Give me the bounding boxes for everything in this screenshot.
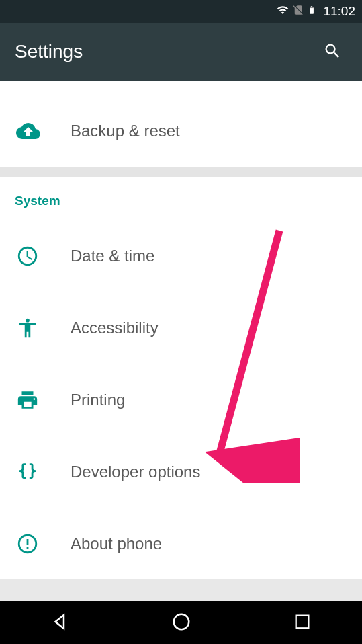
section-system: Date & time Accessibility Printing Devel…: [0, 220, 362, 579]
row-label: Date & time: [71, 247, 362, 266]
nav-back-button[interactable]: [24, 604, 97, 642]
section-divider: [0, 167, 362, 177]
accessibility-icon: [0, 317, 71, 339]
row-developer-options[interactable]: Developer options: [0, 436, 362, 508]
row-label: Backup & reset: [71, 122, 362, 140]
section-header-system: System: [0, 177, 362, 220]
search-button[interactable]: [318, 36, 347, 68]
svg-point-1: [174, 614, 189, 629]
svg-rect-2: [296, 615, 308, 628]
nav-recent-button[interactable]: [266, 604, 338, 641]
info-icon: [0, 532, 71, 555]
page-title: Settings: [15, 41, 83, 63]
status-icons: [276, 3, 316, 20]
wifi-icon: [276, 4, 289, 19]
printer-icon: [0, 389, 71, 411]
row-label: About phone: [71, 534, 362, 553]
no-sim-icon: [292, 3, 304, 19]
row-date-time[interactable]: Date & time: [0, 220, 362, 292]
home-icon: [171, 624, 191, 634]
row-backup-reset[interactable]: Backup & reset: [0, 95, 362, 167]
svg-rect-0: [310, 7, 314, 8]
row-accessibility[interactable]: Accessibility: [0, 292, 362, 364]
row-label: Accessibility: [71, 319, 362, 337]
clock-icon: [0, 245, 71, 268]
status-clock: 11:02: [323, 4, 355, 19]
back-icon: [50, 624, 71, 634]
code-braces-icon: [0, 460, 71, 483]
recent-apps-icon: [293, 623, 312, 633]
partial-row-divider: [71, 81, 362, 95]
row-label: Printing: [71, 391, 362, 409]
row-label: Developer options: [71, 462, 362, 481]
status-bar: 11:02: [0, 0, 362, 23]
battery-icon: [307, 3, 316, 20]
row-printing[interactable]: Printing: [0, 364, 362, 436]
row-about-phone[interactable]: About phone: [0, 508, 362, 579]
cloud-upload-icon: [0, 119, 71, 143]
settings-content: Backup & reset System Date & time Access…: [0, 81, 362, 601]
search-icon: [323, 52, 342, 63]
navigation-bar: [0, 601, 362, 644]
app-bar: Settings: [0, 23, 362, 81]
section-personal-tail: Backup & reset: [0, 81, 362, 167]
nav-home-button[interactable]: [144, 604, 218, 642]
